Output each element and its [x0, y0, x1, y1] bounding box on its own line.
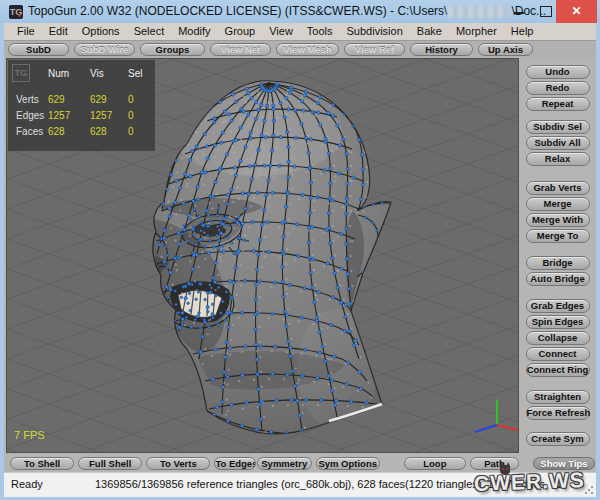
menu-select[interactable]: Select: [127, 23, 172, 40]
viewport-3d[interactable]: TG Num Vis Sel Verts 629 629 0 Edges 125…: [6, 58, 519, 453]
connect-button[interactable]: Connect: [526, 347, 590, 361]
fps-counter: 7 FPS: [14, 429, 45, 441]
menu-view[interactable]: View: [262, 23, 300, 40]
bridge-button[interactable]: Bridge: [526, 256, 590, 270]
blurred-username: [448, 6, 510, 18]
menu-help[interactable]: Help: [504, 23, 541, 40]
axis-z-blue: [475, 425, 497, 432]
menu-edit[interactable]: Edit: [42, 23, 75, 40]
app-icon: TG: [9, 5, 23, 19]
subd-button[interactable]: SubD: [8, 43, 69, 56]
view-net-button[interactable]: View Net: [210, 43, 271, 56]
menu-tools[interactable]: Tools: [300, 23, 340, 40]
merge-to-button[interactable]: Merge To: [526, 229, 590, 243]
window-title: TopoGun 2.00 W32 (NODELOCKED LICENSE) (I…: [28, 4, 546, 18]
to-shell-button[interactable]: To Shell: [10, 457, 74, 470]
history-button[interactable]: History: [410, 43, 473, 56]
undo-button[interactable]: Undo: [526, 65, 590, 79]
grab-verts-button[interactable]: Grab Verts: [526, 181, 590, 195]
collapse-button[interactable]: Collapse: [526, 331, 590, 345]
menu-bar: File Edit Options Select Modify Group Vi…: [4, 23, 596, 41]
up-axis-button[interactable]: Up Axis: [478, 43, 533, 56]
sym-options-button[interactable]: Sym Options: [316, 457, 380, 470]
bottom-toolbar: To Shell Full Shell To Verts To Edges Sy…: [4, 454, 519, 472]
subdiv-all-button[interactable]: Subdiv All: [526, 136, 590, 150]
resize-grip-icon[interactable]: [584, 485, 594, 495]
stats-hud-panel: TG Num Vis Sel Verts 629 629 0 Edges 125…: [8, 60, 155, 151]
menu-modify[interactable]: Modify: [171, 23, 217, 40]
menu-subdivision[interactable]: Subdivision: [340, 23, 410, 40]
spin-edges-button[interactable]: Spin Edges: [526, 315, 590, 329]
menu-morpher[interactable]: Morpher: [449, 23, 504, 40]
minimize-icon[interactable]: [514, 12, 524, 14]
axis-x-red: [497, 425, 518, 430]
create-sym-button[interactable]: Create Sym: [526, 432, 590, 446]
redo-button[interactable]: Redo: [526, 81, 590, 95]
orc-head-model: [153, 81, 391, 440]
watermark-text: CWER.WS: [474, 468, 586, 496]
menu-options[interactable]: Options: [75, 23, 127, 40]
relax-button[interactable]: Relax: [526, 152, 590, 166]
top-toolbar: SubD SubD Wire Groups View Net View Mesh…: [4, 41, 596, 58]
force-refresh-button[interactable]: Force Refresh: [526, 406, 590, 420]
grab-edges-button[interactable]: Grab Edges: [526, 299, 590, 313]
symmetry-button[interactable]: Symmetry: [257, 457, 312, 470]
watermark-devil-icon: [498, 461, 512, 475]
subdiv-sel-button[interactable]: Subdiv Sel: [526, 120, 590, 134]
menu-file[interactable]: File: [10, 23, 42, 40]
title-bar[interactable]: TG TopoGun 2.00 W32 (NODELOCKED LICENSE)…: [0, 0, 600, 23]
connect-ring-button[interactable]: Connect Ring: [526, 363, 590, 377]
straighten-button[interactable]: Straighten: [526, 390, 590, 404]
application-window: TG TopoGun 2.00 W32 (NODELOCKED LICENSE)…: [0, 0, 600, 500]
maximize-icon[interactable]: [540, 6, 552, 17]
to-verts-button[interactable]: To Verts: [146, 457, 210, 470]
subd-wire-button[interactable]: SubD Wire: [74, 43, 135, 56]
merge-with-button[interactable]: Merge With: [526, 213, 590, 227]
menu-group[interactable]: Group: [218, 23, 263, 40]
close-icon[interactable]: ✕: [556, 0, 597, 23]
view-ref-button[interactable]: View Ref: [344, 43, 405, 56]
topogun-logo-icon: TG: [12, 64, 30, 82]
to-edges-button[interactable]: To Edges: [214, 457, 256, 470]
auto-bridge-button[interactable]: Auto Bridge: [526, 272, 590, 286]
loop-button[interactable]: Loop: [404, 457, 466, 470]
view-mesh-button[interactable]: View Mesh: [276, 43, 339, 56]
menu-bake[interactable]: Bake: [410, 23, 449, 40]
merge-button[interactable]: Merge: [526, 197, 590, 211]
work-area: TG Num Vis Sel Verts 629 629 0 Edges 125…: [4, 58, 596, 472]
status-ready: Ready: [11, 478, 43, 490]
groups-button[interactable]: Groups: [140, 43, 205, 56]
axis-gizmo: [475, 400, 518, 432]
repeat-button[interactable]: Repeat: [526, 97, 590, 111]
full-shell-button[interactable]: Full Shell: [78, 457, 142, 470]
right-tool-panel: Undo Redo Repeat Subdiv Sel Subdiv All R…: [519, 58, 596, 472]
